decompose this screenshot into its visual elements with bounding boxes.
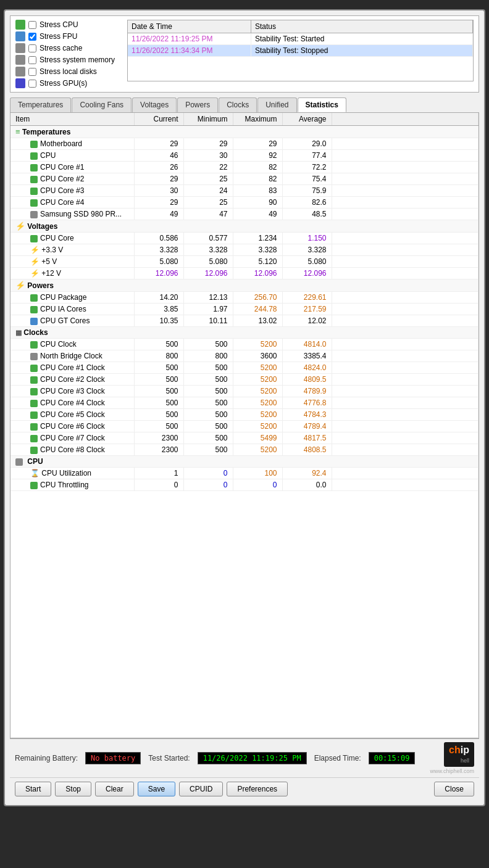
- stop-button[interactable]: Stop: [55, 782, 91, 796]
- gpu-stress-icon: [15, 78, 25, 88]
- header-spacer: [332, 113, 479, 126]
- cache-stress-icon: [15, 43, 25, 53]
- tab-voltages[interactable]: Voltages: [132, 97, 177, 112]
- item-core4-clock: CPU Core #4 Clock: [10, 397, 134, 409]
- val-cpu-current: 46: [134, 150, 183, 162]
- table-row: ⚡ +12 V 12.096 12.096 12.096 12.096: [10, 268, 479, 279]
- stress-disks-checkbox[interactable]: [28, 68, 36, 76]
- item-cpu-core3: CPU Core #3: [10, 185, 134, 197]
- item-cpu-core-volt: CPU Core: [10, 233, 134, 244]
- item-core7-clock: CPU Core #7 Clock: [10, 432, 134, 444]
- item-cpu-ia: CPU IA Cores: [10, 304, 134, 315]
- spacer: [332, 138, 479, 150]
- table-row: CPU Package 14.20 12.13 256.70 229.61: [10, 292, 479, 304]
- val-mb-max: 29: [233, 138, 282, 150]
- stress-gpu-label: Stress GPU(s): [40, 79, 87, 88]
- tab-unified[interactable]: Unified: [257, 97, 296, 112]
- log-status-1: Stability Test: Started: [251, 33, 473, 44]
- table-row: CPU Core #7 Clock 2300 500 5499 4817.5: [10, 432, 479, 444]
- log-date-2: 11/26/2022 11:34:34 PM: [128, 45, 251, 56]
- table-row: Samsung SSD 980 PR... 49 47 49 48.5: [10, 209, 479, 220]
- header-current: Current: [134, 113, 183, 126]
- table-row: CPU Core #2 29 25 82 75.4: [10, 173, 479, 185]
- tab-powers[interactable]: Powers: [177, 97, 218, 112]
- item-core8-clock: CPU Core #8 Clock: [10, 444, 134, 456]
- val-cpu-min: 30: [183, 150, 233, 162]
- section-voltages-label: ⚡ Voltages: [10, 220, 479, 233]
- item-cpu-package: CPU Package: [10, 292, 134, 304]
- tab-temperatures[interactable]: Temperatures: [10, 97, 71, 112]
- tab-cooling-fans[interactable]: Cooling Fans: [72, 97, 132, 112]
- log-header-status: Status: [251, 20, 473, 33]
- table-row: CPU Throttling 0 0 0 0.0: [10, 479, 479, 491]
- item-33v: ⚡ +3.3 V: [10, 244, 134, 256]
- section-voltages: ⚡ Voltages: [10, 220, 479, 233]
- start-button[interactable]: Start: [15, 782, 51, 796]
- val-mb-min: 29: [183, 138, 233, 150]
- table-row: CPU Core #4 Clock 500 500 5200 4776.8: [10, 397, 479, 409]
- section-cpu-label: CPU: [10, 456, 479, 468]
- table-row: CPU Core #4 29 25 90 82.6: [10, 197, 479, 209]
- item-cpu: CPU: [10, 150, 134, 162]
- table-header-row: Item Current Minimum Maximum Average: [10, 113, 479, 126]
- item-cpu-gt: CPU GT Cores: [10, 315, 134, 327]
- section-cpu: CPU: [10, 456, 479, 468]
- log-row-1[interactable]: 11/26/2022 11:19:25 PM Stability Test: S…: [128, 33, 473, 45]
- stress-gpu-checkbox[interactable]: [28, 80, 36, 88]
- data-table-container: Item Current Minimum Maximum Average ≡ T…: [10, 112, 479, 738]
- table-row: CPU Core #2 Clock 500 500 5200 4809.5: [10, 374, 479, 386]
- bottom-status-bar: Remaining Battery: No battery Test Start…: [10, 738, 479, 777]
- table-row: CPU Core #3 30 24 83 75.9: [10, 185, 479, 197]
- item-ssd: Samsung SSD 980 PR...: [10, 209, 134, 220]
- stress-disks-label: Stress local disks: [40, 67, 97, 76]
- stress-memory-checkbox[interactable]: [28, 56, 36, 64]
- tabs-bar: Temperatures Cooling Fans Voltages Power…: [10, 97, 479, 112]
- table-row: Motherboard 29 29 29 29.0: [10, 138, 479, 150]
- button-bar: Start Stop Clear Save CPUID Preferences …: [10, 777, 479, 800]
- stress-cache-label: Stress cache: [40, 44, 82, 52]
- header-item: Item: [10, 113, 134, 126]
- log-date-1: 11/26/2022 11:19:25 PM: [128, 33, 251, 44]
- log-row-2[interactable]: 11/26/2022 11:34:34 PM Stability Test: S…: [128, 45, 473, 57]
- table-row: CPU 46 30 92 77.4: [10, 150, 479, 162]
- item-5v: ⚡ +5 V: [10, 256, 134, 268]
- item-core5-clock: CPU Core #5 Clock: [10, 409, 134, 421]
- table-row: North Bridge Clock 800 800 3600 3385.4: [10, 350, 479, 362]
- stress-fpu-checkbox[interactable]: [28, 33, 36, 41]
- table-row: CPU Core #1 Clock 500 500 5200 4824.0: [10, 362, 479, 374]
- stress-gpu-row: Stress GPU(s): [15, 78, 115, 88]
- item-core2-clock: CPU Core #2 Clock: [10, 374, 134, 386]
- header-minimum: Minimum: [183, 113, 233, 126]
- val-mb-avg: 29.0: [282, 138, 332, 150]
- val-cpu-avg: 77.4: [282, 150, 332, 162]
- clear-button[interactable]: Clear: [95, 782, 134, 796]
- val-cpu-max: 92: [233, 150, 282, 162]
- stress-memory-row: Stress system memory: [15, 55, 115, 65]
- header-maximum: Maximum: [233, 113, 282, 126]
- tab-statistics[interactable]: Statistics: [298, 97, 346, 112]
- close-button[interactable]: Close: [434, 782, 474, 796]
- battery-label: Remaining Battery:: [15, 754, 78, 763]
- stress-cpu-checkbox[interactable]: [28, 21, 36, 29]
- stress-cache-row: Stress cache: [15, 43, 115, 53]
- table-row: CPU Clock 500 500 5200 4814.0: [10, 339, 479, 350]
- stress-cache-checkbox[interactable]: [28, 44, 36, 52]
- website-label: www.chiphell.com: [430, 768, 474, 774]
- stress-memory-label: Stress system memory: [40, 56, 115, 64]
- main-window: Stress CPU Stress FPU Stress cache: [4, 9, 485, 806]
- disks-stress-icon: [15, 67, 25, 76]
- stress-fpu-row: Stress FPU: [15, 31, 115, 41]
- item-core6-clock: CPU Core #6 Clock: [10, 421, 134, 432]
- stress-cpu-label: Stress CPU: [40, 20, 78, 29]
- item-cpu-core2: CPU Core #2: [10, 173, 134, 185]
- save-button[interactable]: Save: [138, 782, 175, 796]
- table-row: CPU Core #3 Clock 500 500 5200 4789.9: [10, 386, 479, 397]
- log-panel: Date & Time Status 11/26/2022 11:19:25 P…: [127, 20, 474, 81]
- item-motherboard: Motherboard: [10, 138, 134, 150]
- cpuid-button[interactable]: CPUID: [179, 782, 223, 796]
- tab-clocks[interactable]: Clocks: [219, 97, 257, 112]
- stress-log-panel: Stress CPU Stress FPU Stress cache: [10, 15, 479, 93]
- elapsed-value: 00:15:09: [369, 752, 416, 764]
- preferences-button[interactable]: Preferences: [227, 782, 288, 796]
- test-started-value: 11/26/2022 11:19:25 PM: [198, 752, 307, 764]
